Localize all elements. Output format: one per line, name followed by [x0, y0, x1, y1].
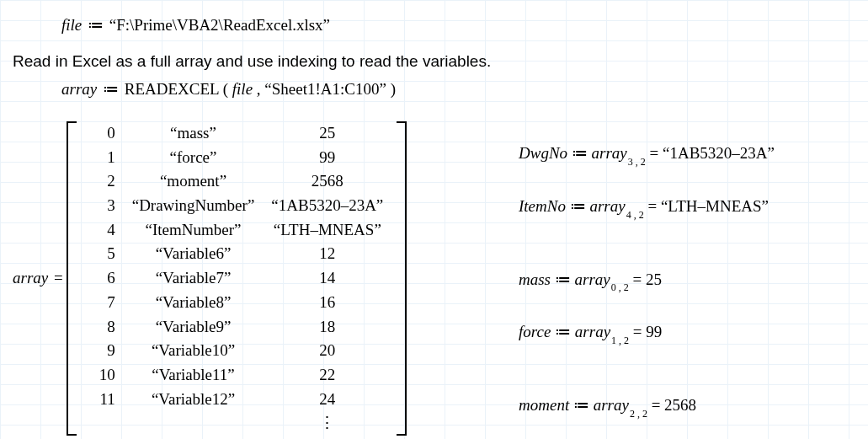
- readexcel-func: READEXCEL: [125, 80, 219, 98]
- matrix-cell: “Variable6”: [124, 242, 264, 266]
- matrix-row: 9“Variable10”20: [82, 339, 392, 363]
- array-subscript: 1 , 2: [610, 335, 629, 346]
- equals-sign: =: [647, 396, 664, 414]
- equals-sign: =: [629, 270, 646, 288]
- variable-extraction-column: DwgNo ≔ array3 , 2 = “1AB5320–23A”ItemNo…: [519, 143, 855, 439]
- source-array-var: array: [589, 197, 625, 215]
- matrix-cell: 10: [82, 363, 124, 388]
- matrix-cell: 5: [82, 242, 124, 266]
- array-subscript: 0 , 2: [610, 281, 629, 293]
- matrix-row: 0“mass”25: [82, 121, 392, 146]
- variable-assignment-expr: DwgNo ≔ array3 , 2 = “1AB5320–23A”: [519, 143, 855, 166]
- matrix-cell: 11: [82, 388, 124, 412]
- matrix-cell: 4: [82, 218, 124, 243]
- result-var: moment: [519, 396, 569, 414]
- equals-sign: =: [52, 269, 63, 286]
- matrix-cell: 20: [263, 339, 391, 363]
- matrix-row: 6“Variable7”14: [82, 266, 392, 291]
- array-subscript: 2 , 2: [629, 408, 647, 420]
- readexcel-arg1: file: [232, 80, 253, 98]
- variable-assignment-expr: mass ≔ array0 , 2 = 25: [519, 270, 855, 292]
- matrix-cell: 6: [82, 266, 124, 291]
- matrix-row: 10“Variable11”22: [82, 363, 392, 388]
- equals-sign: =: [629, 323, 646, 340]
- result-var: DwgNo: [519, 144, 567, 162]
- source-array-var: array: [594, 396, 629, 414]
- paren-close: ): [391, 80, 396, 98]
- matrix-cell: “Variable7”: [124, 266, 264, 291]
- matrix-cell: 16: [263, 291, 391, 315]
- comma: ,: [257, 80, 265, 98]
- assign-op: ≔: [101, 80, 120, 98]
- matrix-cell: “ItemNumber”: [124, 218, 264, 243]
- matrix-bracket-right: [397, 121, 407, 436]
- matrix-vdots-row: ⋮: [82, 411, 392, 436]
- variable-assignment-expr: force ≔ array1 , 2 = 99: [519, 322, 855, 345]
- array-subscript: 4 , 2: [626, 209, 644, 221]
- matrix-table: 0“mass”251“force”992“moment”25683“Drawin…: [82, 121, 392, 436]
- matrix-cell: 7: [82, 291, 124, 315]
- matrix-cell: 14: [263, 266, 391, 291]
- matrix-cell: 2568: [263, 169, 391, 194]
- matrix-row: 8“Variable9”18: [82, 315, 392, 340]
- matrix-row: 7“Variable8”16: [82, 291, 392, 315]
- variable-assignment-expr: moment ≔ array2 , 2 = 2568: [519, 395, 855, 418]
- matrix-cell: “force”: [124, 146, 264, 170]
- description-text: Read in Excel as a full array and use in…: [13, 52, 491, 71]
- matrix-cell: “1AB5320–23A”: [263, 194, 391, 218]
- result-value: “LTH–MNEAS”: [661, 197, 769, 215]
- assign-op: ≔: [569, 396, 594, 414]
- equals-sign: =: [646, 144, 663, 162]
- matrix-cell: “Variable9”: [124, 315, 264, 340]
- paren-open: (: [223, 80, 228, 98]
- matrix-cell: “mass”: [124, 121, 264, 146]
- matrix-cell: 25: [263, 121, 391, 146]
- matrix-row: 4“ItemNumber”“LTH–MNEAS”: [82, 218, 392, 243]
- source-array-var: array: [575, 323, 610, 340]
- equals-sign: =: [644, 197, 661, 215]
- matrix-cell: 22: [263, 363, 391, 388]
- matrix-cell: 9: [82, 339, 124, 363]
- file-path-string: “F:\Prime\VBA2\ReadExcel.xlsx”: [109, 16, 330, 34]
- assign-op: ≔: [551, 323, 575, 340]
- matrix-row: 11“Variable12”24: [82, 388, 392, 412]
- variable-assignment-expr: ItemNo ≔ array4 , 2 = “LTH–MNEAS”: [519, 196, 855, 219]
- matrix-cell: 3: [82, 194, 124, 218]
- vdots-icon: ⋮: [263, 411, 391, 436]
- matrix-cell: 2: [82, 169, 124, 194]
- matrix-row: 1“force”99: [82, 146, 392, 170]
- matrix-row: 5“Variable6”12: [82, 242, 392, 266]
- array-definition-expr: array ≔ READEXCEL ( file , “Sheet1!A1:C1…: [61, 79, 396, 99]
- matrix-cell: 99: [263, 146, 391, 170]
- matrix-cell: “Variable12”: [124, 388, 264, 412]
- matrix-cell: 18: [263, 315, 391, 340]
- matrix-bracket-left: [67, 121, 77, 436]
- result-value: 2568: [664, 396, 696, 414]
- result-var: mass: [519, 270, 551, 288]
- array-matrix-display: array = 0“mass”251“force”992“moment”2568…: [13, 116, 407, 439]
- result-var: force: [519, 323, 551, 340]
- readexcel-arg2: “Sheet1!A1:C100”: [264, 80, 386, 98]
- assign-op: ≔: [86, 16, 105, 34]
- array-subscript: 3 , 2: [627, 156, 646, 168]
- matrix-cell: 1: [82, 146, 124, 170]
- file-definition: file ≔ “F:\Prime\VBA2\ReadExcel.xlsx”: [61, 15, 330, 35]
- assign-op: ≔: [551, 270, 575, 288]
- result-value: “1AB5320–23A”: [663, 144, 775, 162]
- source-array-var: array: [575, 270, 610, 288]
- result-value: 25: [646, 270, 662, 288]
- matrix-cell: “LTH–MNEAS”: [263, 218, 391, 243]
- result-var: ItemNo: [519, 197, 566, 215]
- matrix-cell: “Variable10”: [124, 339, 264, 363]
- matrix-cell: 0: [82, 121, 124, 146]
- matrix-row: 3“DrawingNumber”“1AB5320–23A”: [82, 194, 392, 218]
- matrix-cell: “Variable8”: [124, 291, 264, 315]
- matrix-cell: 24: [263, 388, 391, 412]
- matrix-cell: 8: [82, 315, 124, 340]
- source-array-var: array: [592, 144, 627, 162]
- matrix-cell: 12: [263, 242, 391, 266]
- array-lhs: array: [13, 269, 48, 286]
- file-var: file: [61, 16, 82, 34]
- matrix-row: 2“moment”2568: [82, 169, 392, 194]
- assign-op: ≔: [567, 144, 592, 162]
